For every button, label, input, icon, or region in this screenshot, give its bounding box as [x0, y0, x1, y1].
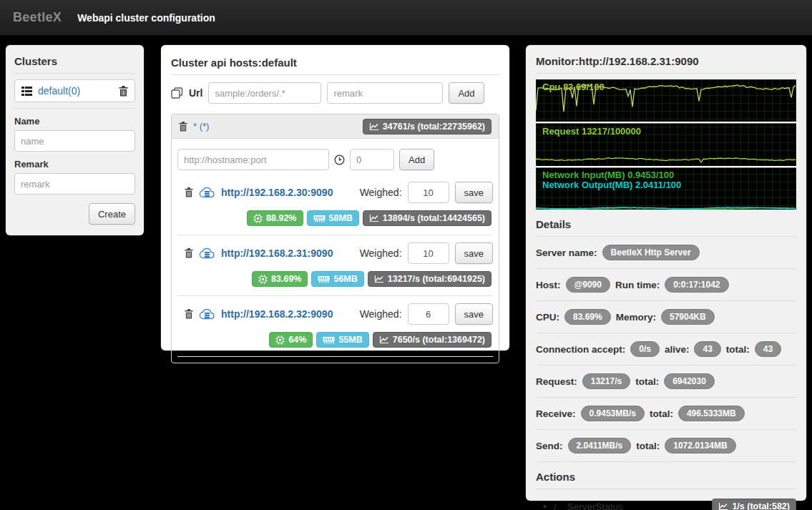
- sparkline-icon: [369, 214, 379, 222]
- chart-label-request: Request 13217/100000: [542, 126, 641, 137]
- host-url-link[interactable]: http://192.168.2.31:9090: [221, 247, 333, 259]
- memory-badge: 56MB: [311, 271, 363, 287]
- brand-logo[interactable]: BeetleX: [13, 10, 62, 25]
- cloud-server-icon: [199, 308, 215, 320]
- copy-icon[interactable]: [171, 87, 183, 99]
- trash-icon[interactable]: [185, 187, 193, 197]
- url-input[interactable]: [208, 82, 321, 104]
- trash-icon[interactable]: [185, 248, 193, 258]
- cpu-badge-text: 64%: [288, 335, 306, 345]
- host-url-link[interactable]: http://192.168.2.32:9090: [221, 308, 333, 320]
- rate-badge: 13217/s (total:6941925): [368, 271, 491, 287]
- divider: [536, 461, 796, 462]
- action-path: /__ServerStatus: [554, 501, 623, 510]
- host-block: http://192.168.2.31:9090 Weighed: save 8…: [177, 240, 493, 296]
- host-weight-input[interactable]: [350, 149, 394, 170]
- rate-badge-text: 7650/s (total:1369472): [393, 335, 485, 345]
- clock-icon: [334, 155, 345, 165]
- details-title: Details: [536, 218, 796, 230]
- detail-row-server-name: Server name: BeetleX Http Server: [536, 242, 796, 263]
- remark-field[interactable]: [14, 173, 135, 195]
- detail-value-pill: 83.69%: [564, 309, 611, 325]
- url-group-body: Add http://192.168.2.30:9090 Weighed:: [172, 139, 499, 363]
- url-group-header: * (*) 34761/s (total:22735962): [172, 114, 499, 139]
- host-row: http://192.168.2.32:9090 Weighed: save: [177, 300, 493, 326]
- url-group-rate-text: 34761/s (total:22735962): [383, 122, 485, 132]
- create-button-row: Create: [14, 203, 135, 225]
- url-group-link[interactable]: * (*): [193, 121, 209, 132]
- weight-input[interactable]: [408, 303, 449, 325]
- cluster-link-default[interactable]: default(0): [38, 85, 80, 97]
- memory-badge-text: 55MB: [338, 335, 362, 345]
- detail-label: Memory:: [616, 312, 656, 323]
- save-button[interactable]: save: [455, 182, 493, 203]
- detail-row-connection: Connection accept: 0/s alive: 43 total: …: [536, 339, 796, 359]
- host-add-row: Add: [177, 149, 493, 170]
- detail-value-pill: 1072.0134MB: [665, 438, 735, 453]
- detail-value-pill: 496.5333MB: [678, 406, 745, 421]
- host-row: http://192.168.2.30:9090 Weighed: save: [177, 179, 493, 205]
- trash-icon[interactable]: [185, 309, 193, 319]
- sparkline-icon: [374, 275, 384, 283]
- rate-badge: 13894/s (total:14424565): [363, 210, 491, 226]
- rate-badge-text: 13894/s (total:14424565): [383, 213, 485, 223]
- host-add-button[interactable]: Add: [399, 149, 434, 170]
- monitor-panel: Monitor:http://192.168.2.31:9090 Cpu 83.…: [526, 45, 806, 501]
- create-button[interactable]: Create: [89, 203, 135, 225]
- save-button[interactable]: save: [455, 242, 493, 264]
- sparkline-icon: [718, 502, 728, 510]
- rate-badge: 7650/s (total:1369472): [373, 332, 491, 348]
- trash-icon[interactable]: [119, 86, 128, 97]
- trash-icon[interactable]: [179, 122, 187, 132]
- memory-icon: [318, 275, 330, 283]
- memory-icon: [313, 215, 326, 222]
- actions-title: Actions: [536, 471, 796, 483]
- divider: [536, 489, 796, 489]
- divider: [536, 397, 796, 398]
- divider: [536, 300, 796, 301]
- host-badges: 64% 55MB 7650/s (total:1369472): [177, 326, 493, 352]
- url-label: Url: [189, 87, 202, 99]
- host-row: http://192.168.2.31:9090 Weighed: save: [177, 240, 493, 265]
- bullet: •: [543, 501, 547, 510]
- remark-label: Remark: [14, 159, 135, 170]
- clusters-panel: Clusters default(0) Name Remark Create: [6, 45, 144, 235]
- detail-label: total:: [635, 376, 659, 387]
- page: BeetleX Webapi cluster configuration Clu…: [0, 0, 812, 510]
- cluster-list-icon: [21, 87, 32, 96]
- url-remark-input[interactable]: [327, 82, 443, 104]
- save-button[interactable]: save: [455, 303, 493, 325]
- actions-list: • /__ServerStatus 1/s (total:582) • /Hel…: [536, 495, 796, 510]
- weight-input[interactable]: [408, 182, 449, 203]
- host-block: http://192.168.2.30:9090 Weighed: save 8…: [177, 179, 493, 235]
- host-input[interactable]: [177, 149, 329, 170]
- url-add-button[interactable]: Add: [449, 82, 484, 104]
- detail-label: total:: [650, 408, 673, 419]
- detail-value-pill: 43: [694, 341, 720, 357]
- monitor-title: Monitor:http://192.168.2.31:9090: [536, 55, 796, 67]
- rate-badge-text: 13217/s (total:6941925): [388, 274, 485, 284]
- memory-badge-text: 58MB: [329, 213, 353, 223]
- cpu-badge: 88.92%: [247, 210, 303, 226]
- weighed-label: Weighed:: [360, 247, 402, 259]
- host-url-link[interactable]: http://192.168.2.30:9090: [221, 187, 333, 198]
- url-group: * (*) 34761/s (total:22735962) Add: [171, 114, 499, 363]
- detail-row-send: Send: 2.0411MB/s total: 1072.0134MB: [536, 436, 796, 456]
- host-badges: 88.92% 58MB 13894/s (total:14424565): [177, 205, 493, 230]
- cpu-icon: [258, 275, 268, 284]
- divider: [14, 73, 135, 74]
- weight-input[interactable]: [408, 242, 449, 264]
- divider: [536, 268, 796, 269]
- cpu-icon: [275, 335, 285, 345]
- detail-row-request: Request: 13217/s total: 6942030: [536, 371, 796, 391]
- memory-badge: 58MB: [307, 210, 359, 226]
- detail-label: Request:: [536, 376, 577, 387]
- detail-label: Server name:: [536, 247, 597, 258]
- detail-label: total:: [726, 344, 750, 355]
- cluster-list-item: default(0): [14, 79, 135, 102]
- name-field[interactable]: [14, 130, 135, 152]
- detail-label: alive:: [665, 344, 690, 355]
- cpu-badge-text: 88.92%: [266, 213, 296, 223]
- cpu-badge-text: 83.69%: [271, 274, 301, 284]
- detail-value-pill: 43: [755, 341, 781, 357]
